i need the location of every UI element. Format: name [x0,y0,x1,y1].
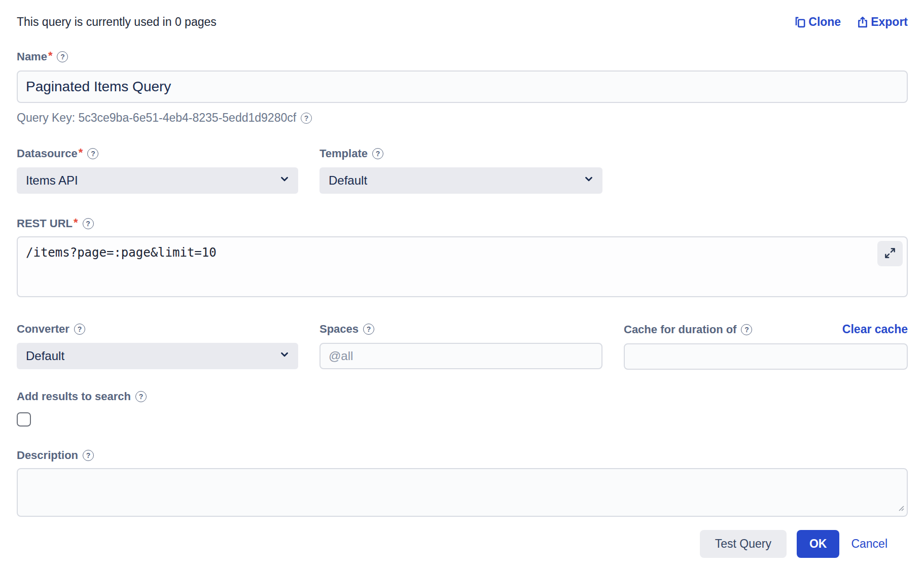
name-label: Name* [17,50,52,63]
description-label: Description [17,449,78,462]
converter-help-icon[interactable]: ? [74,324,85,335]
datasource-help-icon[interactable]: ? [87,148,98,159]
query-key-row: Query Key: 5c3ce9ba-6e51-4eb4-8235-5edd1… [17,111,908,125]
rest-url-help-icon[interactable]: ? [83,218,94,229]
spaces-input[interactable] [319,343,602,369]
name-input[interactable] [17,70,908,103]
spaces-help-icon[interactable]: ? [363,324,374,335]
description-section: Description ? [17,449,908,519]
export-icon [856,16,869,29]
footer-actions: Test Query OK Cancel [17,530,908,558]
description-help-icon[interactable]: ? [83,450,94,461]
cache-label: Cache for duration of [624,323,736,336]
query-key-help-icon[interactable]: ? [301,113,312,124]
name-help-icon[interactable]: ? [57,51,68,62]
topbar-actions: Clone Export [794,15,908,29]
cancel-button[interactable]: Cancel [851,537,887,551]
rest-url-textarea[interactable]: /items?page=:page&limit=10 [17,236,908,297]
cache-section: Cache for duration of ? Clear cache [624,323,908,370]
clone-button[interactable]: Clone [794,15,841,29]
description-textarea[interactable] [17,468,908,517]
chevron-down-icon [279,173,290,188]
converter-section: Converter ? Default [17,323,298,370]
converter-selected-value: Default [26,349,64,363]
add-results-section: Add results to search ? [17,390,908,427]
add-results-checkbox[interactable] [17,412,31,427]
query-key-text: Query Key: 5c3ce9ba-6e51-4eb4-8235-5edd1… [17,111,296,125]
topbar: This query is currently used in 0 pages … [17,15,908,29]
export-label: Export [871,15,908,29]
ok-button[interactable]: OK [797,530,840,558]
usage-note: This query is currently used in 0 pages [17,15,217,29]
required-marker: * [74,216,78,229]
name-section: Name* ? Query Key: 5c3ce9ba-6e51-4eb4-82… [17,50,908,125]
required-marker: * [48,49,53,62]
datasource-select[interactable]: Items API [17,167,298,194]
required-marker: * [79,146,83,159]
add-results-help-icon[interactable]: ? [135,391,147,402]
expand-editor-button[interactable] [877,241,903,266]
datasource-template-row: Datasource* ? Items API Template ? Defau… [17,147,908,194]
add-results-label: Add results to search [17,390,131,403]
template-section: Template ? Default [319,147,602,194]
clone-label: Clone [808,15,841,29]
clear-cache-link[interactable]: Clear cache [842,323,908,336]
datasource-section: Datasource* ? Items API [17,147,298,194]
chevron-down-icon [279,349,290,363]
converter-label: Converter [17,323,69,336]
template-help-icon[interactable]: ? [372,148,383,159]
converter-select[interactable]: Default [17,343,298,369]
expand-icon [883,246,897,261]
export-button[interactable]: Export [856,15,908,29]
converter-spaces-cache-row: Converter ? Default Spaces ? [17,323,908,370]
clone-icon [794,16,807,29]
rest-url-label: REST URL* [17,217,78,230]
query-editor-form: This query is currently used in 0 pages … [0,0,924,558]
rest-url-section: REST URL* ? /items?page=:page&limit=10 [17,217,908,299]
cache-duration-input[interactable] [624,343,908,370]
spaces-section: Spaces ? [319,323,602,370]
template-selected-value: Default [329,173,367,188]
chevron-down-icon [583,173,594,188]
datasource-selected-value: Items API [26,173,78,188]
template-select[interactable]: Default [319,167,602,194]
test-query-button[interactable]: Test Query [700,530,787,558]
datasource-label: Datasource* [17,147,83,160]
template-label: Template [319,147,368,160]
spaces-label: Spaces [319,323,359,336]
cache-help-icon[interactable]: ? [741,324,752,335]
